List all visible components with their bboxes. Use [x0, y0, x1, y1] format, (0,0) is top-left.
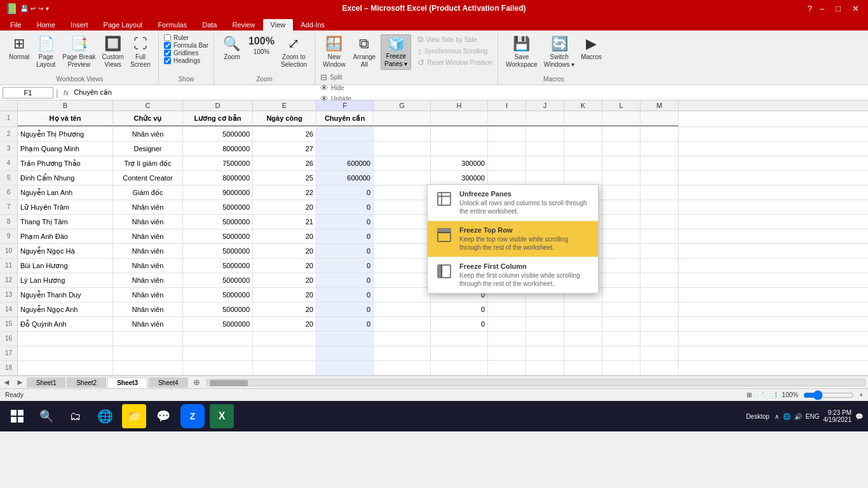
custom-views-button[interactable]: 🔲 CustomViews: [100, 34, 126, 70]
help-icon[interactable]: ?: [808, 4, 812, 13]
cell-D1[interactable]: Lương cơ bản: [183, 111, 253, 126]
tab-insert[interactable]: Insert: [63, 19, 96, 30]
cell[interactable]: Nhân viên: [113, 127, 183, 141]
cell[interactable]: [602, 317, 641, 331]
cell[interactable]: 0: [316, 288, 374, 302]
cell[interactable]: Bùi Lan Hương: [18, 259, 113, 273]
cell[interactable]: 300000: [431, 156, 488, 170]
cell[interactable]: [374, 273, 431, 287]
network-icon[interactable]: 🌐: [783, 413, 790, 420]
cell[interactable]: Nhân viên: [113, 200, 183, 214]
maximize-button[interactable]: □: [832, 4, 844, 13]
cell[interactable]: [374, 317, 431, 331]
volume-icon[interactable]: 🔊: [794, 413, 802, 420]
cell[interactable]: [488, 171, 526, 185]
zoom-slider[interactable]: [803, 390, 854, 400]
cell[interactable]: Nhân viên: [113, 302, 183, 316]
cell[interactable]: [641, 244, 679, 258]
notification-icon[interactable]: 💬: [855, 413, 863, 420]
normal-button[interactable]: ⊞ Normal: [6, 34, 32, 62]
cell[interactable]: Thang Thị Tâm: [18, 215, 113, 229]
cell[interactable]: 0: [316, 186, 374, 200]
cell[interactable]: 9000000: [183, 186, 253, 200]
cell[interactable]: 22: [253, 186, 316, 200]
formula-bar-checkbox[interactable]: Formula Bar: [164, 42, 208, 49]
zoom-100-button[interactable]: 100% 100%: [246, 34, 277, 57]
cell[interactable]: [641, 288, 679, 302]
cell[interactable]: Nhân viên: [113, 317, 183, 331]
tab-data[interactable]: Data: [194, 19, 224, 30]
cell[interactable]: Nguyễn Thanh Duy: [18, 288, 113, 302]
cell-H1[interactable]: [431, 111, 488, 126]
cell[interactable]: Đinh Cẩm Nhung: [18, 171, 113, 185]
start-button[interactable]: [5, 404, 29, 428]
cell[interactable]: 20: [253, 229, 316, 243]
cell-I1[interactable]: [488, 111, 526, 126]
tab-page-layout[interactable]: Page Layout: [96, 19, 151, 30]
cell[interactable]: [374, 229, 431, 243]
cell[interactable]: 20: [253, 288, 316, 302]
cell-C1[interactable]: Chức vụ: [113, 111, 183, 126]
save-qa-button[interactable]: 💾: [20, 5, 28, 12]
sheet-add-button[interactable]: ⊕: [189, 377, 204, 387]
cell[interactable]: 20: [253, 200, 316, 214]
cell[interactable]: [488, 302, 526, 316]
explorer-button[interactable]: 📁: [122, 404, 146, 428]
cell[interactable]: Nhân viên: [113, 215, 183, 229]
redo-qa-button[interactable]: ↪: [38, 5, 43, 12]
cell[interactable]: [641, 317, 679, 331]
cell[interactable]: [374, 200, 431, 214]
cell[interactable]: Đỗ Quỳnh Anh: [18, 317, 113, 331]
cell[interactable]: 5000000: [183, 200, 253, 214]
cell[interactable]: 8000000: [183, 171, 253, 185]
cell[interactable]: [602, 186, 641, 200]
cell[interactable]: Nguyễn Lan Anh: [18, 186, 113, 200]
freeze-top-row-item[interactable]: Freeze Top Row Keep the top row visible …: [428, 221, 598, 257]
cell[interactable]: [602, 244, 641, 258]
cell[interactable]: [526, 127, 564, 141]
cell-K1[interactable]: [564, 111, 602, 126]
cell[interactable]: Nhân viên: [113, 288, 183, 302]
task-view-button[interactable]: 🗂: [64, 404, 88, 428]
cell[interactable]: 5000000: [183, 215, 253, 229]
excel-taskbar-button[interactable]: X: [210, 404, 234, 428]
synchronous-scrolling-button[interactable]: ↕ Synchronous Scrolling: [417, 46, 492, 56]
headings-checkbox[interactable]: Headings: [164, 57, 208, 64]
tab-view[interactable]: View: [263, 19, 294, 30]
undo-qa-button[interactable]: ↩: [31, 5, 36, 12]
normal-view-icon[interactable]: ⊞: [747, 391, 752, 398]
cell-G1[interactable]: [374, 111, 431, 126]
tab-formulas[interactable]: Formulas: [150, 19, 194, 30]
cell[interactable]: [602, 229, 641, 243]
cell[interactable]: [641, 259, 679, 273]
cell[interactable]: 25: [253, 171, 316, 185]
cell[interactable]: [431, 142, 488, 156]
minimize-button[interactable]: –: [816, 4, 828, 13]
cell[interactable]: [602, 302, 641, 316]
cell[interactable]: [374, 171, 431, 185]
cell[interactable]: [641, 273, 679, 287]
cell[interactable]: [602, 215, 641, 229]
cell[interactable]: 5000000: [183, 302, 253, 316]
arrange-all-button[interactable]: ⧉ ArrangeAll: [351, 34, 379, 70]
search-taskbar-button[interactable]: 🔍: [34, 404, 58, 428]
cell[interactable]: Giám đốc: [113, 186, 183, 200]
cell[interactable]: Nguyễn Ngọc Hà: [18, 244, 113, 258]
cell[interactable]: Lữ Huyền Trâm: [18, 200, 113, 214]
close-button[interactable]: ✕: [848, 4, 863, 13]
cell[interactable]: 27: [253, 142, 316, 156]
cell[interactable]: [641, 142, 679, 156]
cell[interactable]: [564, 142, 602, 156]
edge-button[interactable]: 🌐: [93, 404, 117, 428]
cell[interactable]: [316, 127, 374, 141]
cell[interactable]: [526, 302, 564, 316]
cell[interactable]: [526, 317, 564, 331]
cell[interactable]: [602, 127, 641, 141]
cell[interactable]: [526, 142, 564, 156]
cell[interactable]: [431, 127, 488, 141]
cell[interactable]: 5000000: [183, 273, 253, 287]
cell[interactable]: [602, 288, 641, 302]
cell[interactable]: [641, 171, 679, 185]
sheet-tab-sheet4[interactable]: Sheet4: [149, 377, 188, 388]
cell[interactable]: [564, 317, 602, 331]
